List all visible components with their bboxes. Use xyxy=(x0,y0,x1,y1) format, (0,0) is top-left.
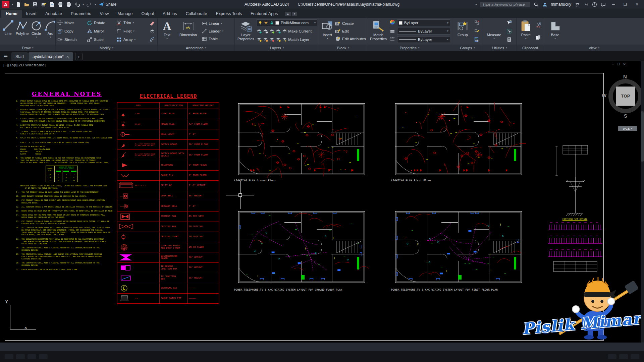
tool-line[interactable]: Line xyxy=(2,19,14,44)
erase-icon[interactable] xyxy=(149,20,155,26)
layer-state-icon[interactable] xyxy=(257,28,262,34)
ribbon-tab-output[interactable]: Output xyxy=(137,10,159,18)
cut-icon[interactable] xyxy=(535,22,541,28)
select-similar-icon[interactable] xyxy=(506,28,512,34)
panel-label-view[interactable]: View▾ xyxy=(544,45,644,51)
insert-block-button[interactable]: Insert ▾ xyxy=(321,19,334,44)
minimize-button[interactable]: ─ xyxy=(609,1,618,8)
match-properties-button[interactable]: Match Properties xyxy=(369,19,388,44)
status-button[interactable] xyxy=(631,354,639,359)
logo-dropdown-icon[interactable]: ▾ xyxy=(12,3,13,6)
ribbon-tab-parametric[interactable]: Parametric xyxy=(66,10,95,18)
panel-label-properties[interactable]: Properties▾ xyxy=(367,45,452,51)
ribbon-tab-express-tools[interactable]: Express Tools xyxy=(211,10,246,18)
tool-stretch[interactable]: Stretch xyxy=(57,36,87,44)
object-color-dropdown[interactable]: ByLayer ▾ xyxy=(397,19,450,26)
ribbon-collapse-icon[interactable]: ▲ xyxy=(285,12,291,16)
panel-label-draw[interactable]: Draw▾ xyxy=(0,45,55,51)
panel-label-modify[interactable]: Modify▾ xyxy=(56,45,157,51)
quick-select-icon[interactable] xyxy=(506,20,512,26)
make-current-button[interactable]: Make Current xyxy=(282,28,312,34)
lineweight-dropdown[interactable]: ByLayer ▾ xyxy=(397,28,450,35)
help-icon[interactable]: ? xyxy=(592,2,597,7)
new-tab-button[interactable]: + xyxy=(75,53,83,60)
status-button[interactable] xyxy=(608,354,616,359)
layer-state-icon[interactable] xyxy=(257,37,262,42)
print-icon[interactable] xyxy=(66,1,72,7)
ribbon-tab-manage[interactable]: Manage xyxy=(113,10,137,18)
ribbon-tab-annotate[interactable]: Annotate xyxy=(41,10,66,18)
ribbon-tab-home[interactable]: Home xyxy=(1,10,22,18)
tool-dimension[interactable]: Dimension xyxy=(176,19,200,44)
redo-dropdown-icon[interactable]: ▾ xyxy=(95,3,96,6)
tool-trim[interactable]: Trim▾ xyxy=(116,19,147,27)
group-button[interactable]: Group xyxy=(454,19,472,44)
tool-linear[interactable]: Linear▾ xyxy=(202,19,223,27)
export-icon[interactable] xyxy=(49,1,55,7)
status-button[interactable] xyxy=(39,354,48,359)
panel-label-clipboard[interactable]: Clipboard xyxy=(517,45,544,51)
explode-icon[interactable] xyxy=(149,28,155,34)
viewcube-top-face[interactable]: TOP xyxy=(616,86,635,106)
panel-label-annotation[interactable]: Annotation▾ xyxy=(158,45,234,51)
command-line-bar[interactable] xyxy=(0,343,644,351)
status-button[interactable] xyxy=(5,354,13,359)
undo-dropdown-icon[interactable]: ▾ xyxy=(83,3,84,6)
tool-table[interactable]: Table xyxy=(202,35,223,43)
layer-state-icon[interactable] xyxy=(276,37,281,42)
tool-text[interactable]: AText▾ xyxy=(159,19,175,44)
offset-icon[interactable] xyxy=(149,37,155,43)
new-file-icon[interactable] xyxy=(15,1,21,7)
panel-label-layers[interactable]: Layers▾ xyxy=(235,45,319,51)
panel-label-groups[interactable]: Groups▾ xyxy=(452,45,483,51)
tab-drawing[interactable]: aydinlatma-plani* ✕ xyxy=(29,52,73,61)
tool-array[interactable]: Array▾ xyxy=(116,36,147,44)
viewport-window-controls[interactable]: ─❐✕ xyxy=(612,62,626,66)
autocad-logo-icon[interactable]: A xyxy=(2,1,9,8)
menu-hamburger-icon[interactable]: ☰ xyxy=(1,52,11,61)
measure-button[interactable]: Measure ▾ xyxy=(485,19,503,44)
share-button[interactable]: Share xyxy=(98,1,116,7)
tool-rotate[interactable]: Rotate xyxy=(87,19,116,27)
paste-button[interactable]: Paste ▾ xyxy=(518,19,534,44)
group-edit-icon[interactable] xyxy=(474,28,480,34)
tool-copy[interactable]: Copy xyxy=(57,27,87,35)
redo-icon[interactable] xyxy=(86,1,92,7)
tool-edit-attributes[interactable]: Edit Attributes▾ xyxy=(335,35,367,43)
close-button[interactable]: ✕ xyxy=(633,1,641,8)
layer-state-icon[interactable] xyxy=(263,37,268,42)
calculator-icon[interactable] xyxy=(506,37,512,43)
maximize-button[interactable]: ❐ xyxy=(621,1,630,8)
layer-state-icon[interactable] xyxy=(269,28,274,34)
ribbon-tab-insert[interactable]: Insert xyxy=(22,10,41,18)
drawing-canvas[interactable]: [−][Top][2D Wireframe] ─❐✕ GENERAL NOTES… xyxy=(0,61,644,343)
viewport-controls[interactable]: [−][Top][2D Wireframe] xyxy=(3,63,46,67)
viewcube-west[interactable]: W xyxy=(602,93,606,98)
cart-icon[interactable] xyxy=(574,2,580,7)
layer-properties-button[interactable]: Layer Properties xyxy=(236,19,255,44)
ribbon-tab-add-ins[interactable]: Add-ins xyxy=(158,10,181,18)
ribbon-collapse-caret-icon[interactable]: ▾ xyxy=(292,12,297,16)
tool-arc[interactable]: Arc▾ xyxy=(44,19,55,44)
tab-start[interactable]: Start xyxy=(11,52,28,61)
wcs-dropdown[interactable]: WCS▾ xyxy=(618,126,637,131)
layer-state-icon[interactable] xyxy=(276,28,281,34)
username[interactable]: mimarlucky xyxy=(551,2,571,7)
tool-create[interactable]: Create xyxy=(335,19,367,27)
layer-dropdown[interactable]: PislikMimar.com ▾ xyxy=(257,19,317,26)
ungroup-icon[interactable] xyxy=(474,20,480,26)
layer-state-icon[interactable] xyxy=(269,37,274,42)
viewcube[interactable]: TOP N S W E xyxy=(604,74,644,118)
save-as-icon[interactable] xyxy=(41,1,47,7)
layer-state-icon[interactable] xyxy=(263,28,268,34)
tool-polyline[interactable]: Polyline xyxy=(16,19,29,44)
tool-leader[interactable]: Leader▾ xyxy=(202,27,223,35)
sync-icon[interactable]: A xyxy=(583,2,589,7)
copy-clip-icon[interactable] xyxy=(535,35,541,41)
canvas-scrollbar[interactable] xyxy=(641,61,644,343)
ribbon-tab-view[interactable]: View xyxy=(95,10,113,18)
save-icon[interactable] xyxy=(32,1,38,7)
tool-mirror[interactable]: Mirror xyxy=(87,27,116,35)
ribbon-tab-collaborate[interactable]: Collaborate xyxy=(181,10,211,18)
tool-move[interactable]: Move xyxy=(57,19,87,27)
